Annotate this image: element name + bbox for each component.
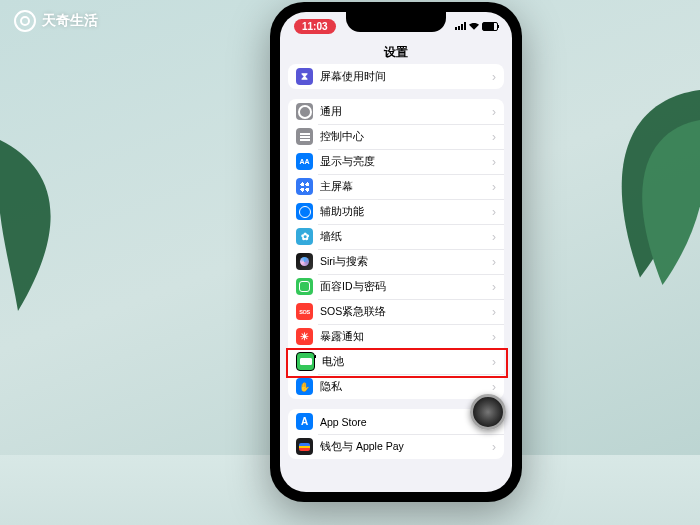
phone-screen: 11:03 设置 屏幕使用时间›通用›控制中心›显示与亮度›主屏幕›辅助功能›墙…	[280, 12, 512, 492]
batt-icon	[296, 352, 315, 371]
leaf-decoration	[550, 90, 700, 285]
row-label: Siri与搜索	[320, 255, 488, 269]
leaf-decoration	[0, 140, 90, 320]
battery-icon	[482, 22, 498, 31]
settings-row-wallet[interactable]: 钱包与 Apple Pay›	[288, 434, 504, 459]
watermark-text: 天奇生活	[42, 12, 98, 30]
flower-icon	[296, 228, 313, 245]
watermark: 天奇生活	[14, 10, 98, 32]
chevron-right-icon: ›	[492, 305, 496, 319]
settings-row-expose[interactable]: 暴露通知›	[288, 324, 504, 349]
row-label: 通用	[320, 105, 488, 119]
settings-row-access[interactable]: 辅助功能›	[288, 199, 504, 224]
notch	[346, 12, 446, 32]
settings-group: 通用›控制中心›显示与亮度›主屏幕›辅助功能›墙纸›Siri与搜索›面容ID与密…	[288, 99, 504, 399]
settings-row-grid4[interactable]: 主屏幕›	[288, 174, 504, 199]
stage: 天奇生活 11:03 设置 屏幕使用时间›通用›控制中心›显示与亮度›主屏幕›辅…	[0, 0, 700, 525]
access-icon	[296, 203, 313, 220]
settings-row-hourglass[interactable]: 屏幕使用时间›	[288, 64, 504, 89]
row-label: 面容ID与密码	[320, 280, 488, 294]
assistive-touch-button[interactable]	[470, 394, 506, 430]
grid4-icon	[296, 178, 313, 195]
watermark-logo-icon	[14, 10, 36, 32]
phone-frame: 11:03 设置 屏幕使用时间›通用›控制中心›显示与亮度›主屏幕›辅助功能›墙…	[270, 2, 522, 502]
chevron-right-icon: ›	[492, 380, 496, 394]
chevron-right-icon: ›	[492, 130, 496, 144]
chevron-right-icon: ›	[492, 255, 496, 269]
settings-row-gear[interactable]: 通用›	[288, 99, 504, 124]
status-time: 11:03	[294, 19, 336, 34]
sliders-icon	[296, 128, 313, 145]
status-right	[455, 22, 498, 31]
chevron-right-icon: ›	[492, 330, 496, 344]
row-label: 钱包与 Apple Pay	[320, 440, 488, 454]
siri-icon	[296, 253, 313, 270]
gear-icon	[296, 103, 313, 120]
ashop-icon	[296, 413, 313, 430]
row-label: 暴露通知	[320, 330, 488, 344]
row-label: 辅助功能	[320, 205, 488, 219]
settings-row-sliders[interactable]: 控制中心›	[288, 124, 504, 149]
settings-row-flower[interactable]: 墙纸›	[288, 224, 504, 249]
expose-icon	[296, 328, 313, 345]
row-label: SOS紧急联络	[320, 305, 488, 319]
sos-icon	[296, 303, 313, 320]
navbar: 设置	[280, 40, 512, 64]
row-label: 控制中心	[320, 130, 488, 144]
settings-row-sos[interactable]: SOS紧急联络›	[288, 299, 504, 324]
settings-list[interactable]: 屏幕使用时间›通用›控制中心›显示与亮度›主屏幕›辅助功能›墙纸›Siri与搜索…	[280, 64, 512, 492]
navbar-title: 设置	[384, 44, 408, 61]
face-icon	[296, 278, 313, 295]
settings-row-face[interactable]: 面容ID与密码›	[288, 274, 504, 299]
hand-icon	[296, 378, 313, 395]
signal-icon	[455, 22, 466, 30]
chevron-right-icon: ›	[492, 205, 496, 219]
chevron-right-icon: ›	[492, 440, 496, 454]
chevron-right-icon: ›	[492, 280, 496, 294]
settings-row-siri[interactable]: Siri与搜索›	[288, 249, 504, 274]
settings-row-hand[interactable]: 隐私›	[288, 374, 504, 399]
wallet-icon	[296, 438, 313, 455]
chevron-right-icon: ›	[492, 230, 496, 244]
row-label: 隐私	[320, 380, 488, 394]
settings-row-batt[interactable]: 电池›	[288, 349, 504, 374]
row-label: 主屏幕	[320, 180, 488, 194]
row-label: App Store	[320, 416, 488, 428]
chevron-right-icon: ›	[492, 70, 496, 84]
chevron-right-icon: ›	[492, 355, 496, 369]
aa-icon	[296, 153, 313, 170]
row-label: 显示与亮度	[320, 155, 488, 169]
row-label: 墙纸	[320, 230, 488, 244]
row-label: 电池	[322, 355, 488, 369]
wifi-icon	[469, 22, 479, 30]
chevron-right-icon: ›	[492, 180, 496, 194]
settings-group: 屏幕使用时间›	[288, 64, 504, 89]
chevron-right-icon: ›	[492, 155, 496, 169]
row-label: 屏幕使用时间	[320, 70, 488, 84]
hourglass-icon	[296, 68, 313, 85]
chevron-right-icon: ›	[492, 105, 496, 119]
settings-row-aa[interactable]: 显示与亮度›	[288, 149, 504, 174]
